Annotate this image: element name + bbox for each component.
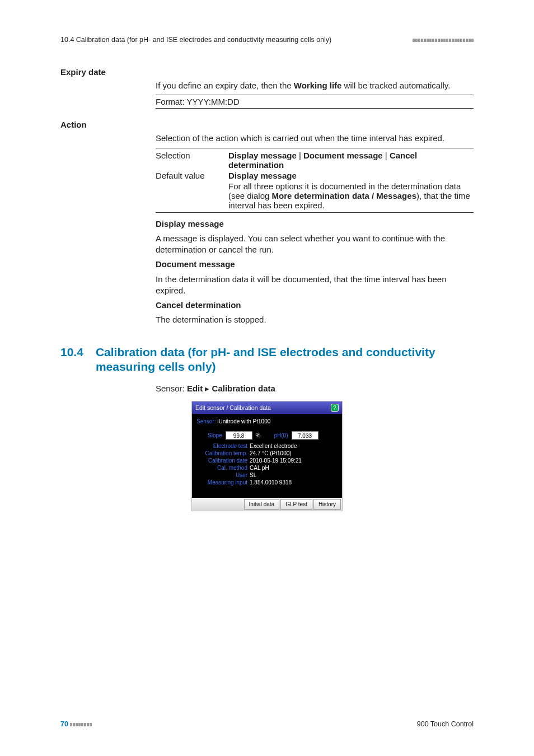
action-label: Action [60, 119, 156, 129]
dlg-etest-value: Excellent electrode [250, 443, 297, 449]
dlg-slope-field[interactable]: 99.8 [226, 431, 252, 440]
opt-cancel-text: The determination is stopped. [156, 314, 474, 325]
dlg-mi-label: Measuring input [196, 479, 250, 486]
footer-bars-icon [70, 720, 92, 728]
default-note: For all three options it is documented i… [228, 181, 474, 210]
dlg-mi-value: 1.854.0010 9318 [250, 479, 292, 486]
initial-data-button[interactable]: Initial data [244, 499, 280, 510]
opt-document-heading: Document message [156, 259, 235, 269]
calibration-dialog: Edit sensor / Calibration data ? Sensor:… [191, 401, 343, 511]
opt-display-text: A message is displayed. You can select w… [156, 233, 474, 256]
dlg-cmeth-value: CAL pH [250, 465, 269, 471]
opt-cancel-heading: Cancel determination [156, 300, 241, 310]
dlg-user-label: User [196, 472, 250, 478]
selection-value: Display message | Document message | Can… [228, 151, 474, 170]
dlg-slope-unit: % [256, 432, 261, 438]
breadcrumb: Sensor: Edit ▸ Calibration data [156, 383, 474, 394]
dlg-cmeth-label: Cal. method [196, 465, 250, 471]
default-key: Default value [156, 171, 228, 180]
footer-title: 900 Touch Control [417, 720, 474, 728]
dlg-sensor-label: Sensor: [196, 418, 216, 424]
expiry-date-label: Expiry date [60, 66, 156, 77]
help-icon[interactable]: ? [331, 404, 339, 412]
running-head-left: 10.4 Calibration data (for pH- and ISE e… [60, 36, 331, 44]
dlg-ph0-label: pH(0) [274, 432, 288, 438]
expiry-date-description: If you define an expiry date, then the W… [156, 80, 474, 91]
dlg-ctemp-value: 24.7 °C (Pt1000) [250, 450, 292, 456]
dlg-etest-label: Electrode test [196, 443, 250, 449]
page-number: 70 [60, 720, 68, 728]
section-heading: 10.4 Calibration data (for pH- and ISE e… [60, 345, 474, 375]
dlg-user-value: SL [250, 472, 256, 478]
dlg-cdate-value: 2010-05-19 15:09:21 [250, 458, 302, 464]
opt-document-text: In the determination data it will be doc… [156, 274, 474, 297]
action-description: Selection of the action which is carried… [156, 133, 474, 144]
section-number: 10.4 [60, 345, 83, 375]
dlg-ctemp-label: Calibration temp. [196, 450, 250, 456]
selection-key: Selection [156, 151, 228, 170]
dialog-title: Edit sensor / Calibration data [195, 404, 271, 411]
default-value: Display message [228, 171, 474, 180]
dlg-cdate-label: Calibration date [196, 458, 250, 464]
history-button[interactable]: History [313, 499, 341, 510]
section-title: Calibration data (for pH- and ISE electr… [96, 345, 474, 375]
opt-display-heading: Display message [156, 219, 224, 228]
expiry-date-format: Format: YYYY:MM:DD [156, 95, 474, 109]
decorative-bars-icon [412, 36, 474, 44]
dlg-slope-label: Slope [208, 432, 222, 438]
dlg-ph0-field[interactable]: 7.033 [292, 431, 318, 440]
glp-test-button[interactable]: GLP test [280, 499, 312, 510]
